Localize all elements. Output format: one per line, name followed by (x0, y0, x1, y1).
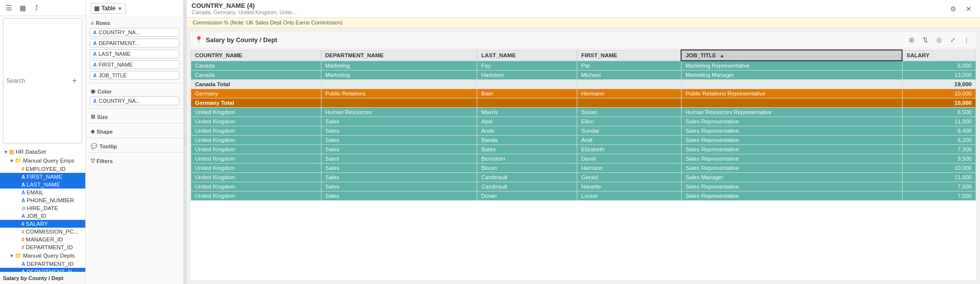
table-cell: United Kingdom (191, 126, 321, 136)
bar-chart-icon[interactable]: ▦ (17, 2, 28, 14)
tree-folder-depts[interactable]: 📁 Manual Query Depts (0, 251, 85, 260)
tree-field-phone[interactable]: A PHONE_NUMBER (0, 196, 85, 204)
tree-field-first-name[interactable]: A FIRST_NAME (0, 173, 85, 181)
tree-field-employee-id[interactable]: # EMPLOYEE_ID (0, 165, 85, 173)
date-icon: ⊙ (22, 206, 25, 211)
col-last[interactable]: LAST_NAME (477, 50, 577, 61)
table-cell: Michael (577, 71, 682, 80)
search-box[interactable]: + (3, 18, 82, 143)
tree-field-salary[interactable]: # SALARY (0, 220, 85, 228)
text-field-icon-job: A (93, 73, 97, 78)
viz-map-button[interactable]: ◎ (933, 34, 945, 46)
col-first[interactable]: FIRST_NAME (577, 50, 682, 61)
viz-sort-button[interactable]: ⇅ (919, 34, 931, 46)
viz-title: 📍 Salary by County / Dept (195, 36, 277, 44)
table-cell: Sales Representative (681, 136, 902, 145)
table-cell: Sales Representative (681, 145, 902, 154)
viz-more-button[interactable]: ⋮ (960, 34, 972, 46)
tree-field-last-name[interactable]: A LAST_NAME (0, 181, 85, 189)
section-divider-1 (86, 83, 183, 83)
section-divider-2 (86, 108, 183, 109)
field-label-email: EMAIL (26, 189, 44, 195)
table-cell (681, 98, 902, 108)
table-cell: 7,500 (902, 191, 976, 201)
rows-field-job[interactable]: A JOB_TITLE (90, 71, 179, 80)
table-cell: 10,000 (902, 164, 976, 173)
tree-arrow-hr (3, 149, 9, 155)
field-label-job-id: JOB_ID (26, 213, 46, 219)
tree-field-dept-dept-id[interactable]: A DEPARTMENT_ID (0, 260, 85, 268)
filters-section-label: ▽ Filters (86, 155, 183, 165)
col-salary[interactable]: SALARY (902, 50, 976, 61)
chart-type-bar: ▦ Table ▼ (86, 0, 183, 17)
hamburger-icon[interactable]: ☰ (3, 2, 15, 14)
table-row: United KingdomHuman ResourcesMavrisSusan… (191, 108, 976, 117)
viz-title-bar: 📍 Salary by County / Dept ⊞ ⇅ ◎ ⤢ ⋮ (191, 32, 976, 47)
search-add-button[interactable]: + (70, 76, 79, 86)
color-field-label: COUNTRY_NA... (98, 98, 140, 104)
table-cell: Human Resources Representative (681, 108, 902, 117)
table-cell: 6,500 (902, 108, 976, 117)
rows-field-last[interactable]: A LAST_NAME (90, 49, 179, 58)
tree-field-manager-id[interactable]: # MANAGER_ID (0, 236, 85, 243)
table-cell: United Kingdom (191, 182, 321, 191)
table-cell: Doran (477, 191, 577, 201)
col-job[interactable]: JOB_TITLE ▲ (681, 50, 902, 61)
tree-field-job-id[interactable]: A JOB_ID (0, 212, 85, 220)
sort-icon: ▲ (720, 53, 725, 58)
tree-field-commission[interactable]: # COMMISSION_PC... (0, 228, 85, 236)
rows-field-country[interactable]: A COUNTRY_NA... (90, 28, 179, 37)
tooltip-section-label: 💬 Tooltip (86, 140, 183, 150)
tree-field-email[interactable]: A EMAIL (0, 189, 85, 196)
table-cell: Banda (477, 136, 577, 145)
table-cell: Canada (191, 71, 321, 80)
tree-field-dept-name[interactable]: A DEPARTMENT_N... (0, 268, 85, 272)
search-input[interactable] (6, 77, 70, 84)
table-cell: Sales (321, 145, 477, 154)
rows-field-dept[interactable]: A DEPARTMENT... (90, 39, 179, 47)
table-cell: Hermann (577, 89, 682, 98)
table-cell: Fay (477, 61, 577, 71)
rows-field-last-label: LAST_NAME (98, 51, 130, 57)
text-field-icon-last: A (93, 51, 97, 57)
rows-field-first[interactable]: A FIRST_NAME (90, 60, 179, 69)
color-field-country[interactable]: A COUNTRY_NA... (90, 96, 179, 105)
table-cell: 11,000 (902, 173, 976, 182)
tree-field-hire-date[interactable]: ⊙ HIRE_DATE (0, 204, 85, 212)
table-cell: Marketing Manager (681, 71, 902, 80)
table-icon: ▦ (94, 5, 99, 12)
table-row: United KingdomSalesCambraultGeraldSales … (191, 173, 976, 182)
number-icon-dept-id: # (22, 245, 24, 250)
table-cell: Elizabeth (577, 145, 682, 154)
view-subtitle: Canada, Germany, United Kingdom, Unite..… (192, 9, 947, 15)
line-chart-icon[interactable]: ⤴ (30, 2, 42, 14)
viz-expand-button[interactable]: ⤢ (947, 34, 958, 46)
rows-section-label: ≡ Rows (86, 17, 183, 27)
sidebar-search-bar: ☰ ▦ ⤴ (0, 0, 85, 16)
tree-field-dept-id[interactable]: # DEPARTMENT_ID (0, 243, 85, 251)
table-row: United KingdomSalesBernsteinDavidSales R… (191, 154, 976, 164)
field-label-dept-id: DEPARTMENT_ID (26, 244, 73, 250)
col-dept[interactable]: DEPARTMENT_NAME (321, 50, 477, 61)
table-cell: United Kingdom (191, 164, 321, 173)
table-cell: 6,000 (902, 61, 976, 71)
shape-icon: ◈ (91, 128, 95, 135)
table-cell: Marketing (321, 71, 477, 80)
table-cell: 6,400 (902, 126, 976, 136)
tree-dataset-hr[interactable]: ▦ HR DataSet (0, 147, 85, 156)
table-cell: United Kingdom (191, 108, 321, 117)
table-cell: Sales Representative (681, 117, 902, 126)
tree-folder-emps[interactable]: 📁 Manual Query Emps (0, 156, 85, 165)
data-table-wrapper[interactable]: COUNTRY_NAME DEPARTMENT_NAME LAST_NAME F… (191, 49, 976, 280)
close-button[interactable]: ✕ (962, 2, 975, 15)
breadcrumb-area: COUNTRY_NAME (4) Canada, Germany, United… (192, 2, 947, 15)
settings-button[interactable]: ⚙ (947, 2, 959, 15)
chart-type-dropdown[interactable]: ▦ Table ▼ (91, 3, 126, 14)
text-field-icon-first: A (93, 62, 97, 68)
viz-grid-button[interactable]: ⊞ (906, 34, 917, 46)
table-cell: Sales Representative (681, 126, 902, 136)
col-country[interactable]: COUNTRY_NAME (191, 50, 321, 61)
rows-field-country-label: COUNTRY_NA... (98, 29, 140, 35)
table-cell: Sales (321, 182, 477, 191)
table-cell: Ande (477, 126, 577, 136)
